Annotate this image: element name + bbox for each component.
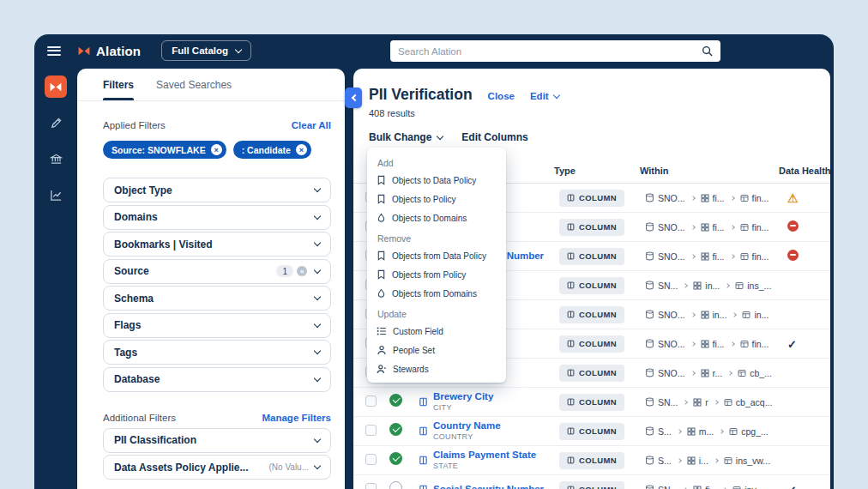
menu-item[interactable]: Stewards — [367, 359, 506, 378]
filter-group-row[interactable]: Domains — [103, 205, 331, 230]
breadcrumb-table[interactable]: cb_... — [750, 368, 772, 378]
row-checkbox[interactable] — [365, 483, 377, 489]
breadcrumb-schema[interactable]: in... — [705, 281, 720, 291]
column-header-within[interactable]: Within — [640, 166, 774, 176]
menu-item[interactable]: Objects from Policy — [367, 265, 506, 284]
remove-filter-icon[interactable] — [297, 266, 307, 276]
search-icon[interactable] — [702, 45, 713, 57]
bulk-change-button[interactable]: Bulk Change — [369, 131, 443, 143]
table-row[interactable]: Country Name COUNTRY COLUMN — [353, 417, 830, 446]
column-header-data-health[interactable]: Data Health — [779, 166, 830, 176]
remove-chip-icon[interactable] — [296, 144, 307, 155]
breadcrumb-datasource[interactable]: SN... — [658, 281, 678, 291]
breadcrumb-schema[interactable]: fi... — [713, 222, 725, 232]
chevron-down-icon — [437, 132, 443, 139]
hamburger-menu-icon[interactable] — [47, 46, 61, 56]
filter-group-row[interactable]: Source 1 — [103, 259, 331, 284]
breadcrumb-datasource[interactable]: SNO... — [658, 251, 685, 262]
object-name-link[interactable]: Country Name — [433, 420, 501, 432]
breadcrumb-schema[interactable]: fi... — [713, 193, 725, 203]
within-breadcrumb: SNO... fi... fin... — [640, 222, 774, 232]
row-checkbox[interactable] — [365, 454, 377, 465]
filter-group-row[interactable]: Flags — [103, 313, 331, 338]
breadcrumb-table[interactable]: inv... — [744, 485, 763, 489]
breadcrumb-schema[interactable]: fi... — [713, 339, 725, 349]
breadcrumb-table[interactable]: ins_... — [747, 281, 771, 291]
chart-icon[interactable] — [45, 184, 67, 206]
chevron-right-icon — [690, 371, 696, 376]
chevron-right-icon — [690, 254, 696, 259]
filter-group-row[interactable]: Bookmarks | Visited — [103, 232, 331, 257]
tab-filters[interactable]: Filters — [103, 69, 134, 100]
breadcrumb-table[interactable]: fin... — [752, 339, 769, 349]
breadcrumb-datasource[interactable]: SN... — [658, 397, 678, 408]
table-row[interactable]: Brewery City CITY COLUMN — [353, 388, 830, 417]
breadcrumb-datasource[interactable]: SNO... — [658, 310, 685, 320]
breadcrumb-schema[interactable]: fi... — [713, 251, 725, 262]
breadcrumb-schema[interactable]: fi... — [705, 485, 717, 489]
full-catalog-button[interactable]: Full Catalog — [161, 40, 251, 61]
page-title: PII Verification — [369, 86, 473, 104]
menu-item[interactable]: Custom Field — [367, 322, 506, 341]
breadcrumb-table[interactable]: cpg_... — [741, 426, 769, 437]
filter-group-row[interactable]: Tags — [103, 340, 331, 365]
object-name-link[interactable]: Brewery City — [433, 391, 493, 403]
table-row[interactable]: Social Security Number COLUMN — [353, 475, 830, 489]
breadcrumb-schema[interactable]: r — [705, 397, 708, 408]
object-name-link[interactable]: Social Security Number — [433, 484, 544, 489]
column-type-icon — [567, 311, 575, 318]
breadcrumb-schema[interactable]: m... — [699, 426, 714, 437]
row-checkbox[interactable] — [365, 395, 377, 407]
menu-item[interactable]: Objects from Data Policy — [367, 246, 506, 265]
filter-group-row[interactable]: PII Classification — [103, 428, 331, 453]
breadcrumb-datasource[interactable]: SN... — [658, 485, 678, 489]
breadcrumb-datasource[interactable]: S... — [658, 426, 672, 437]
breadcrumb-datasource[interactable]: SNO... — [658, 368, 685, 378]
tab-saved-searches[interactable]: Saved Searches — [156, 69, 232, 100]
menu-item[interactable]: Objects to Policy — [367, 190, 506, 208]
breadcrumb-schema[interactable]: in... — [713, 310, 727, 320]
alation-mark-icon[interactable] — [45, 75, 67, 98]
breadcrumb-table[interactable]: fin... — [752, 193, 769, 203]
pen-icon[interactable] — [45, 112, 67, 134]
breadcrumb-table[interactable]: in... — [754, 310, 769, 320]
breadcrumb-datasource[interactable]: S... — [658, 456, 672, 466]
menu-item[interactable]: People Set — [367, 341, 506, 359]
breadcrumb-datasource[interactable]: SNO... — [658, 222, 685, 232]
collapse-panel-button[interactable] — [345, 88, 362, 108]
table-row[interactable]: Claims Payment State STATE COLUMN — [353, 446, 830, 475]
menu-item[interactable]: Objects to Domains — [367, 208, 506, 227]
alation-logo[interactable]: Alation — [78, 44, 141, 58]
breadcrumb-table[interactable]: ins_vw... — [736, 456, 770, 466]
manage-filters-link[interactable]: Manage Filters — [262, 413, 331, 423]
column-header-type[interactable]: Type — [554, 166, 640, 176]
breadcrumb-schema[interactable]: r... — [713, 368, 723, 378]
filter-count-badge: 1 — [276, 265, 307, 277]
edit-columns-button[interactable]: Edit Columns — [461, 131, 527, 143]
menu-item[interactable]: Objects from Domains — [367, 284, 506, 303]
filter-group-label: Tags — [114, 347, 137, 359]
remove-chip-icon[interactable] — [211, 144, 222, 155]
menu-item[interactable]: Objects to Data Policy — [367, 171, 506, 190]
breadcrumb-schema[interactable]: i... — [699, 456, 708, 466]
global-search[interactable] — [390, 40, 720, 62]
filter-group-row[interactable]: Schema — [103, 286, 331, 311]
clear-all-link[interactable]: Clear All — [292, 120, 331, 130]
breadcrumb-datasource[interactable]: SNO... — [658, 193, 685, 203]
bank-icon[interactable] — [45, 148, 67, 170]
filter-group-row[interactable]: Data Assets Policy Applie... (No Valu... — [103, 455, 331, 480]
filter-group-row[interactable]: Object Type — [103, 178, 331, 202]
edit-menu-link[interactable]: Edit — [530, 91, 559, 101]
filter-chip[interactable]: : Candidate — [233, 141, 311, 159]
filter-group-row[interactable]: Database — [103, 367, 331, 392]
breadcrumb-table[interactable]: fin... — [752, 222, 769, 232]
filter-chip[interactable]: Source: SNOWFLAKE — [103, 141, 226, 159]
breadcrumb-datasource[interactable]: SNO... — [658, 339, 685, 349]
close-link[interactable]: Close — [488, 91, 515, 101]
object-name-link[interactable]: Claims Payment State — [433, 450, 536, 462]
row-checkbox[interactable] — [365, 425, 377, 436]
breadcrumb-table[interactable]: cb_acq... — [736, 397, 773, 408]
search-input[interactable] — [398, 46, 696, 57]
breadcrumb-table[interactable]: fin... — [752, 251, 769, 262]
object-technical-name: COUNTRY — [433, 432, 501, 442]
